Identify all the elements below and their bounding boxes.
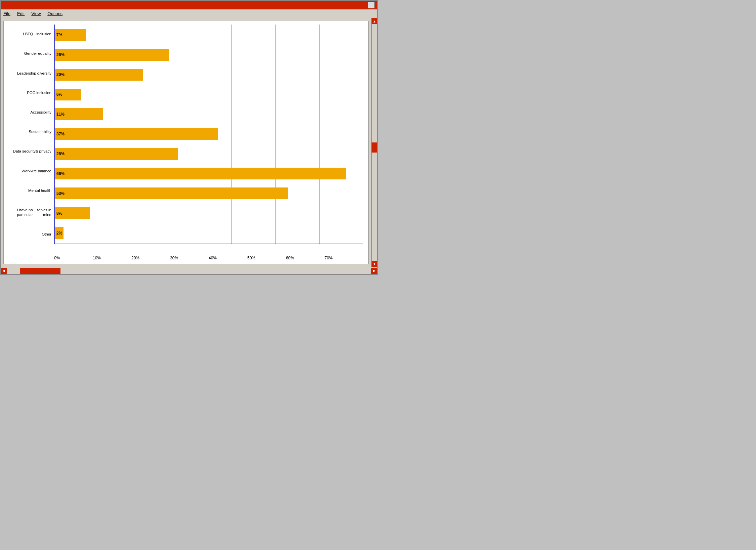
bar: 37% (55, 128, 218, 140)
bar: 11% (55, 108, 103, 120)
bar: 28% (55, 148, 178, 160)
bar: 20% (55, 69, 143, 81)
bar-row: 53% (55, 183, 363, 203)
bar-row: 11% (55, 104, 363, 124)
bar-row: 8% (55, 203, 363, 223)
bar-row: 6% (55, 85, 363, 104)
bar-value-label: 37% (55, 132, 65, 136)
scroll-track-bottom[interactable] (7, 268, 371, 274)
horizontal-scrollbar[interactable]: ◀ ▶ (1, 267, 377, 274)
bar: 8% (55, 207, 90, 219)
x-axis: 0%10%20%30%40%50%60%70% (7, 256, 363, 260)
x-axis-label: 0% (54, 256, 93, 260)
close-button[interactable] (368, 2, 375, 8)
x-axis-label: 60% (286, 256, 325, 260)
y-axis-label: Gender equality (7, 51, 51, 56)
chart-panel: LBTQ+ inclusionGender equalityLeadership… (3, 21, 369, 264)
y-axis-label: LBTQ+ inclusion (7, 32, 51, 37)
x-axis-label: 40% (209, 256, 247, 260)
bars-wrapper: 7%26%20%6%11%37%28%66%53%8%2% (55, 25, 363, 244)
y-axis-label: Sustainability (7, 130, 51, 134)
main-window: File Edit View Options LBTQ+ inclusionGe… (0, 0, 378, 275)
vertical-scrollbar[interactable]: ▲ ▼ (371, 18, 377, 267)
menu-edit[interactable]: Edit (17, 11, 25, 16)
scroll-thumb-bottom[interactable] (20, 268, 60, 274)
bar-value-label: 53% (55, 191, 65, 196)
bar-value-label: 66% (55, 171, 65, 176)
bar-value-label: 28% (55, 152, 65, 156)
bar-value-label: 8% (55, 211, 62, 216)
content-area: LBTQ+ inclusionGender equalityLeadership… (1, 18, 377, 267)
menu-file[interactable]: File (3, 11, 10, 16)
bar-value-label: 7% (55, 33, 62, 37)
scroll-up-arrow[interactable]: ▲ (372, 18, 378, 24)
menu-options[interactable]: Options (47, 11, 62, 16)
x-axis-label: 20% (131, 256, 170, 260)
bar: 6% (55, 89, 81, 100)
bar-row: 37% (55, 124, 363, 144)
y-axis-label: Other (7, 232, 51, 237)
bar: 66% (55, 168, 346, 179)
bar-row: 7% (55, 25, 363, 45)
bars-area: 7%26%20%6%11%37%28%66%53%8%2% (54, 25, 363, 244)
bar-row: 66% (55, 164, 363, 183)
y-axis-label: POC inclusion (7, 91, 51, 95)
bar-row: 20% (55, 65, 363, 85)
scroll-right-arrow[interactable]: ▶ (371, 268, 377, 274)
scroll-track-right[interactable] (372, 24, 377, 261)
bar-row: 26% (55, 45, 363, 65)
bar-value-label: 26% (55, 52, 65, 57)
x-axis-label: 30% (170, 256, 209, 260)
y-axis-label: Accessibility (7, 110, 51, 115)
x-axis-label: 10% (93, 256, 131, 260)
bar-value-label: 20% (55, 72, 65, 77)
bar-value-label: 11% (55, 112, 65, 117)
bar: 53% (55, 187, 288, 199)
bar: 7% (55, 29, 86, 41)
scroll-thumb-right[interactable] (372, 142, 377, 153)
scroll-left-arrow[interactable]: ◀ (1, 268, 7, 274)
chart-container: LBTQ+ inclusionGender equalityLeadership… (7, 25, 363, 260)
bar-row: 2% (55, 223, 363, 243)
y-axis-label: Data security& privacy (7, 149, 51, 154)
menu-view[interactable]: View (31, 11, 41, 16)
bar-value-label: 2% (55, 231, 62, 236)
bar-value-label: 6% (55, 92, 62, 97)
bar-row: 28% (55, 144, 363, 164)
bar: 2% (55, 227, 64, 239)
y-axis-label: I have no particulartopics in mind (7, 208, 51, 217)
y-axis-labels: LBTQ+ inclusionGender equalityLeadership… (7, 25, 54, 244)
y-axis-label: Work-life balance (7, 169, 51, 174)
menu-bar: File Edit View Options (1, 9, 377, 18)
chart-area: LBTQ+ inclusionGender equalityLeadership… (7, 25, 363, 254)
y-axis-label: Mental health (7, 188, 51, 193)
bar: 26% (55, 49, 169, 61)
y-axis-label: Leadership diversity (7, 71, 51, 76)
scroll-down-arrow[interactable]: ▼ (372, 261, 378, 267)
x-axis-label: 70% (325, 256, 363, 260)
title-bar (1, 1, 377, 9)
x-axis-label: 50% (247, 256, 286, 260)
